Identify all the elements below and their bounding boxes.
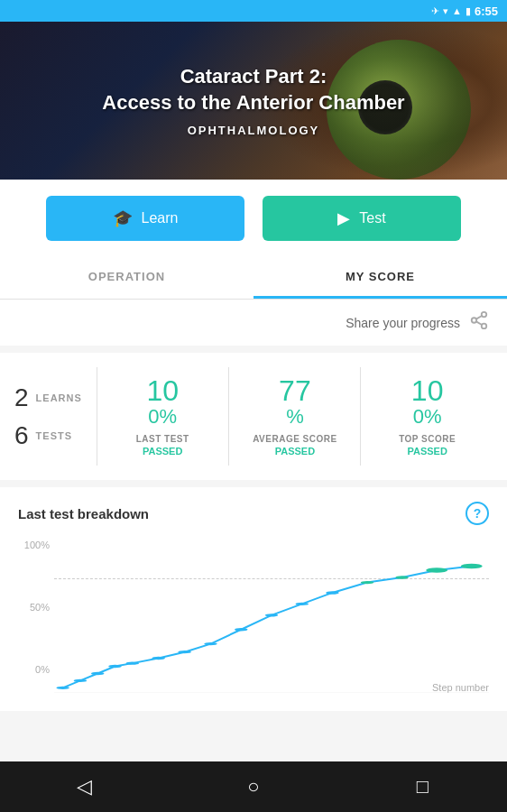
chart-section: Last test breakdown ? 100% 50% 0% Step n… [0,487,507,711]
top-score-label: TOP SCORE [399,434,456,444]
status-time: 6:55 [475,5,498,18]
learns-row: 2 LEARNS [14,383,82,412]
svg-point-20 [461,564,483,569]
learn-button[interactable]: 🎓 Learn [46,196,244,241]
tab-my-score[interactable]: MY SCORE [254,257,507,299]
average-score-num: 77 [279,376,311,405]
learn-label: Learn [142,210,179,226]
chart-title: Last test breakdown [18,506,149,521]
svg-point-13 [235,628,247,631]
tests-row: 6 TESTS [14,421,82,450]
svg-point-5 [56,687,69,689]
chart-header: Last test breakdown ? [18,502,489,525]
top-score-num: 10 [411,376,444,405]
chart-y-labels: 100% 50% 0% [18,540,50,693]
share-icon[interactable] [469,310,489,335]
learns-tests-col: 2 LEARNS 6 TESTS [14,367,97,466]
chart-help-button[interactable]: ? [466,502,489,525]
last-test-label: LAST TEST [136,434,189,444]
wifi-icon: ▾ [443,5,448,17]
home-button[interactable]: ○ [235,769,272,805]
top-score-status: PASSED [407,446,447,457]
last-test-card: 10 0% LAST TEST PASSED [97,367,229,466]
content-area: Share your progress 2 LEARNS 6 TESTS 10 [0,300,507,711]
nav-bar: ◁ ○ □ [0,761,507,812]
battery-icon: ▮ [466,5,471,17]
stats-section: 2 LEARNS 6 TESTS 10 0% LAST TEST PASSED … [0,353,507,480]
tab-operation[interactable]: OPERATION [0,257,254,299]
average-score-percent: % [286,405,304,429]
svg-point-1 [472,318,477,323]
svg-point-8 [108,665,121,668]
test-button[interactable]: ▶ Test [263,196,461,241]
average-score-card: 77 % AVERAGE SCORE PASSED [230,367,362,466]
location-icon: ✈ [431,5,439,17]
last-test-percent: 0% [148,405,177,429]
last-test-score: 10 [146,376,179,405]
average-score-status: PASSED [275,446,315,457]
status-bar: ✈ ▾ ▲ ▮ 6:55 [0,0,507,22]
svg-point-11 [178,651,190,653]
svg-point-14 [265,614,278,616]
signal-icon: ▲ [452,5,462,16]
back-button[interactable]: ◁ [67,769,103,805]
recents-button[interactable]: □ [404,769,440,805]
svg-line-4 [476,316,482,319]
status-icons: ✈ ▾ ▲ ▮ 6:55 [431,5,498,18]
svg-point-18 [395,576,408,578]
svg-line-3 [476,321,482,325]
chart-y-0: 0% [18,664,50,675]
svg-point-17 [361,581,373,584]
svg-point-16 [326,591,338,594]
header-title: Cataract Part 2:Access to the Anterior C… [102,64,404,115]
svg-point-0 [482,312,487,318]
tests-label: TESTS [36,430,72,441]
top-score-percent: 0% [413,405,442,429]
chart-container: 100% 50% 0% Step number [18,540,489,693]
chart-y-100: 100% [18,540,50,550]
header-subtitle: OPHTHALMOLOGY [188,124,320,137]
svg-point-12 [204,642,217,645]
tabs-row: OPERATION MY SCORE [0,257,507,300]
stats-cards: 10 0% LAST TEST PASSED 77 % AVERAGE SCOR… [97,367,493,466]
svg-point-10 [152,657,164,660]
last-test-status: PASSED [143,446,182,457]
svg-point-2 [482,324,487,329]
buttons-row: 🎓 Learn ▶ Test [0,180,507,257]
svg-point-15 [296,603,309,605]
learn-icon: 🎓 [113,208,133,228]
header-image: Cataract Part 2:Access to the Anterior C… [0,22,507,180]
chart-draw-area: Step number [54,540,489,693]
svg-point-9 [126,661,139,664]
learns-count: 2 [14,383,29,412]
test-icon: ▶ [337,208,350,228]
svg-point-19 [426,567,447,573]
tests-count: 6 [14,421,29,450]
test-label: Test [359,210,385,226]
svg-point-7 [91,672,104,675]
svg-point-6 [74,679,87,682]
share-row: Share your progress [0,300,507,346]
average-score-label: AVERAGE SCORE [253,434,337,444]
learns-label: LEARNS [36,392,82,403]
share-text: Share your progress [346,316,460,330]
top-score-card: 10 0% TOP SCORE PASSED [362,367,493,466]
chart-svg [54,540,489,693]
chart-y-50: 50% [18,602,50,613]
